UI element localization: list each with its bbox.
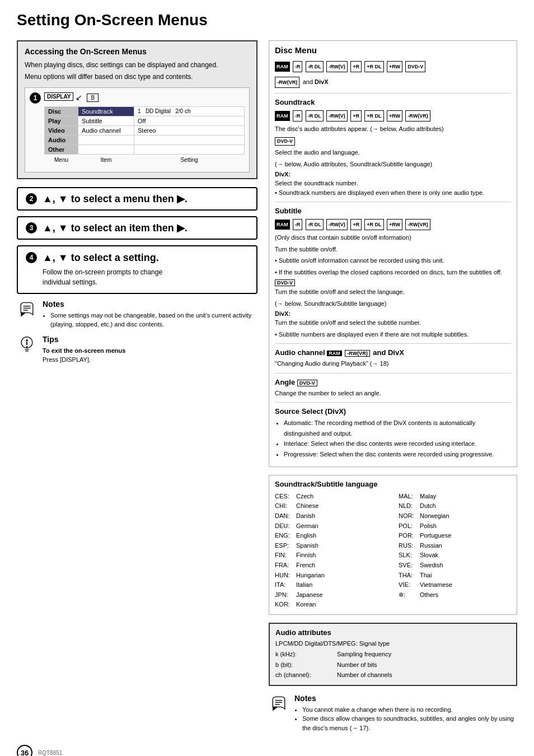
- soundtrack-text2: Select the audio and language.: [275, 148, 511, 157]
- lang-row: CHI:Chinese: [275, 501, 387, 511]
- audio-channel-heading: Audio channel RAM -RW(VR) and DivX: [275, 348, 511, 357]
- notes-bottom-icon: [269, 694, 289, 714]
- badge-ram: RAM: [275, 62, 290, 72]
- cat-video: Video: [45, 125, 78, 135]
- language-box: Soundtrack/Subtitle language CES:Czech C…: [269, 475, 517, 615]
- lang-row: FIN:Finnish: [275, 550, 387, 561]
- lang-row: NOR:Norwegian: [399, 511, 511, 521]
- item-soundtrack: Soundtrack: [78, 106, 134, 116]
- page-number: 36: [17, 745, 32, 756]
- step1-circle: 1: [30, 92, 41, 104]
- lang-row: MAL:Malay: [399, 492, 511, 502]
- setting-empty1: [134, 135, 245, 144]
- notes-icon: [17, 300, 37, 320]
- setting-empty2: [134, 144, 245, 154]
- footer-area: 36 RQT8851: [17, 744, 517, 756]
- cat-other: Other: [45, 144, 78, 154]
- item-subtitle: Subtitle: [78, 116, 134, 125]
- table-row: Disc Soundtrack 1 DD Digital 2/0 ch: [45, 106, 245, 116]
- table-row: Video Audio channel Stereo: [45, 125, 245, 135]
- lang-row: ESP:Spanish: [275, 541, 387, 551]
- badge-dvdv: DVD-V: [405, 61, 425, 72]
- setting-soundtrack: 1 DD Digital 2/0 ch: [134, 106, 245, 116]
- lang-row: JPN:Japanese: [275, 590, 387, 600]
- disc-menu-box: Disc Menu RAM -R -R DL -RW(V) +R +R DL +…: [269, 40, 517, 467]
- lang-col-right: MAL:Malay NLD:Dutch NOR:Norwegian POL:Po…: [399, 492, 511, 610]
- top-badges-line2: -RW(VR) and DivX: [275, 75, 511, 88]
- subtitle-text1: Turn the subtitle on/off.: [275, 245, 511, 254]
- page-title: Setting On-Screen Menus: [17, 11, 517, 29]
- right-column: Disc Menu RAM -R -R DL -RW(V) +R +R DL +…: [269, 40, 517, 732]
- subtitle-dvdv-text1: Turn the subtitle on/off and select the …: [275, 287, 511, 297]
- cat-disc: Disc: [45, 106, 78, 116]
- lang-row: POR:Portuguese: [399, 531, 511, 541]
- tips-heading: Tips: [43, 335, 125, 344]
- lang-col-left: CES:Czech CHI:Chinese DAN:Danish DEU:Ger…: [275, 492, 387, 610]
- source-select-heading: Source Select (DivX): [275, 407, 511, 416]
- badge-plusr: +R: [350, 61, 362, 72]
- lang-row: SLK:Slovak: [399, 550, 511, 561]
- step4-circle: 4: [26, 252, 37, 263]
- audio-row: b (bit): Number of bits: [275, 660, 510, 670]
- lang-row: ✲:Others: [399, 590, 511, 600]
- step4-box: 4 ▲, ▼ to select a setting. Follow the o…: [17, 245, 257, 294]
- audio-row: k (kHz): Sampling frequency: [275, 649, 510, 660]
- step2-text: ▲, ▼ to select a menu then ▶.: [43, 193, 188, 205]
- lang-row: DAN:Danish: [275, 511, 387, 521]
- badge-rdl: -R DL: [306, 61, 324, 72]
- display-label: DISPLAY: [44, 92, 73, 101]
- lang-row: ENG:English: [275, 531, 387, 541]
- step3-text: ▲, ▼ to select an item then ▶.: [43, 222, 188, 234]
- step2-circle: 2: [26, 193, 37, 204]
- angle-text: Change the number to select an angle.: [275, 389, 511, 398]
- lang-row: THA:Thai: [399, 571, 511, 581]
- source-interlace: Interlace: Select when the disc contents…: [284, 438, 511, 449]
- badge-plusrw: +RW: [387, 61, 402, 72]
- subtitle-badges: RAM -R -R DL -RW(V) +R +R DL +RW -RW(VR): [275, 217, 511, 231]
- angle-heading: Angle DVD-V: [275, 378, 511, 386]
- top-badges-line: RAM -R -R DL -RW(V) +R +R DL +RW DVD-V: [275, 59, 511, 73]
- lang-row: RUS:Russian: [399, 541, 511, 551]
- audio-channel-text: "Changing Audio during Playback" (→ 18): [275, 359, 511, 368]
- step4-sub2: individual settings.: [43, 278, 97, 286]
- notes-item: Some settings may not be changeable, bas…: [50, 311, 257, 329]
- notes-list: Some settings may not be changeable, bas…: [43, 311, 257, 329]
- subtitle-text3: • If the subtitles overlap the closed ca…: [275, 268, 511, 277]
- step4-main: ▲, ▼ to select a setting.: [43, 252, 159, 264]
- lang-row: VIE:Vietnamese: [399, 580, 511, 590]
- notes-box: Notes Some settings may not be changeabl…: [17, 300, 257, 329]
- table-row: Other: [45, 144, 245, 154]
- disc-menu-title: Disc Menu: [275, 45, 511, 55]
- audio-attributes-heading: Audio attributes: [275, 628, 510, 637]
- tips-box: Tips To exit the on-screen menus Press […: [17, 335, 257, 365]
- lang-row: DEU:German: [275, 521, 387, 531]
- lang-row: POL:Polish: [399, 521, 511, 531]
- subtitle-dvdv-heading: DVD-V: [275, 279, 511, 286]
- soundtrack-heading: Soundtrack: [275, 98, 511, 106]
- notes-content: Notes Some settings may not be changeabl…: [43, 300, 257, 329]
- step4-sub1: Follow the on-screen prompts to change: [43, 268, 162, 276]
- product-code: RQT8851: [38, 750, 62, 756]
- audio-attributes-box: Audio attributes LPCM/DD Digital/DTS/MPE…: [269, 623, 517, 686]
- cat-audio: Audio: [45, 135, 78, 144]
- notes-bottom-item2: Some discs allow changes to soundtracks,…: [302, 714, 517, 732]
- notes-bottom-box: Notes You cannot make a change when ther…: [269, 694, 517, 733]
- column-labels: Menu Item Setting: [45, 154, 245, 164]
- subtitle-heading: Subtitle: [275, 207, 511, 215]
- audio-row: ch (channel): Number of channels: [275, 670, 510, 680]
- subtitle-divx-heading: DivX:: [275, 310, 511, 317]
- soundtrack-dvdv-badge: DVD-V: [275, 136, 511, 146]
- notes-bottom-content: Notes You cannot make a change when ther…: [294, 694, 517, 733]
- step2-box: 2 ▲, ▼ to select a menu then ▶.: [17, 187, 257, 211]
- subtitle-divx-text2: • Subtitle numbers are displayed even if…: [275, 330, 511, 339]
- item-empty1: [78, 135, 134, 144]
- setting-subtitle: Off: [134, 116, 245, 125]
- col-item: Item: [78, 154, 134, 164]
- tips-subheading: To exit the on-screen menus: [43, 346, 125, 356]
- notes-bottom-list: You cannot make a change when there is n…: [294, 705, 517, 733]
- cat-play: Play: [45, 116, 78, 125]
- lang-row: NLD:Dutch: [399, 501, 511, 511]
- col-setting: Setting: [134, 154, 245, 164]
- notes-bottom-heading: Notes: [294, 694, 517, 703]
- accessing-box: Accessing the On-Screen Menus When playi…: [17, 40, 257, 179]
